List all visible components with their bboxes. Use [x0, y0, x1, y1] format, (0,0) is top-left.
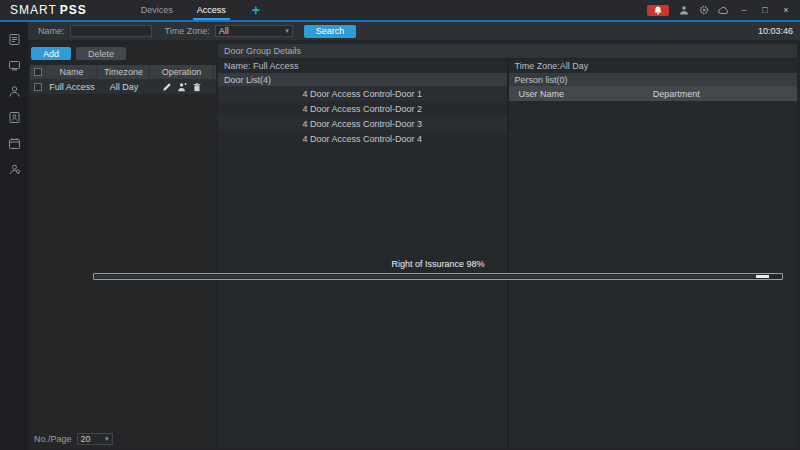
person-list-header: Person list(0)	[509, 73, 798, 86]
door-list: 4 Door Access Control-Door 1 4 Door Acce…	[218, 86, 507, 146]
nav-user-icon[interactable]	[7, 84, 22, 99]
select-all-checkbox[interactable]	[34, 68, 42, 76]
header-department: Department	[653, 89, 797, 99]
door-group-list-pane: Add Delete Name Timezone Operation Full …	[30, 44, 216, 448]
row-checkbox[interactable]	[34, 83, 42, 91]
module-sidebar	[0, 22, 28, 450]
header-timezone: Timezone	[98, 65, 150, 79]
person-list-column: Time Zone:All Day Person list(0) User Na…	[509, 59, 798, 448]
group-timezone-label: Time Zone:All Day	[509, 59, 798, 73]
list-item[interactable]: 4 Door Access Control-Door 2	[218, 101, 507, 116]
progress-fill	[95, 275, 769, 278]
door-group-details-pane: Door Group Details Name: Full Access Doo…	[218, 44, 797, 448]
name-label: Name:	[38, 26, 65, 36]
nav-console-icon[interactable]	[7, 162, 22, 177]
timezone-label: Time Zone:	[165, 26, 210, 36]
door-list-column: Name: Full Access Door List(4) 4 Door Ac…	[218, 59, 507, 448]
assign-person-icon[interactable]	[177, 82, 187, 92]
row-timezone: All Day	[98, 79, 150, 94]
maximize-button[interactable]: □	[759, 5, 771, 15]
nav-log-icon[interactable]	[7, 32, 22, 47]
door-list-empty-area	[218, 146, 507, 448]
tab-access[interactable]: Access	[185, 0, 238, 20]
per-page-value: 20	[81, 434, 91, 444]
smartpss-window: SMARTPSS Devices Access + − □ ×	[0, 0, 800, 450]
issuance-progress-label: Right of Issurance 98%	[93, 259, 783, 269]
list-item[interactable]: 4 Door Access Control-Door 1	[218, 86, 507, 101]
header-user-name: User Name	[509, 89, 653, 99]
top-right-cluster: − □ ×	[647, 5, 800, 16]
delete-button[interactable]: Delete	[76, 47, 126, 60]
issuance-progress-track	[93, 273, 783, 280]
nav-device-icon[interactable]	[7, 58, 22, 73]
settings-gear-icon[interactable]	[698, 5, 709, 16]
per-page-select[interactable]: 20 ▾	[77, 433, 113, 445]
list-item[interactable]: 4 Door Access Control-Door 3	[218, 116, 507, 131]
header-operation: Operation	[150, 65, 214, 79]
system-clock: 10:03:46	[758, 26, 800, 36]
tab-bar: Devices Access +	[129, 0, 266, 20]
issuance-progress: Right of Issurance 98%	[93, 259, 783, 280]
user-account-icon[interactable]	[678, 5, 689, 16]
chevron-down-icon: ▾	[105, 435, 109, 443]
timezone-select[interactable]: All ▾	[215, 25, 293, 37]
trash-icon[interactable]	[192, 82, 202, 92]
workspace: Add Delete Name Timezone Operation Full …	[28, 40, 800, 450]
door-list-header: Door List(4)	[218, 73, 507, 86]
details-columns: Name: Full Access Door List(4) 4 Door Ac…	[218, 59, 797, 448]
logo-pss: PSS	[60, 3, 87, 17]
per-page-label: No./Page	[34, 434, 72, 444]
name-input[interactable]	[70, 25, 152, 37]
timezone-selected-value: All	[219, 26, 229, 36]
minimize-button[interactable]: −	[738, 5, 750, 15]
alarm-bell-icon	[653, 5, 664, 16]
row-name: Full Access	[46, 79, 98, 94]
chevron-down-icon: ▾	[285, 27, 289, 35]
table-row[interactable]: Full Access All Day	[30, 79, 216, 94]
details-title: Door Group Details	[218, 44, 797, 58]
group-table-header: Name Timezone Operation	[30, 65, 216, 79]
person-table-header: User Name Department	[509, 86, 798, 101]
edit-icon[interactable]	[162, 82, 172, 92]
row-operations	[150, 79, 214, 94]
close-button[interactable]: ×	[780, 5, 792, 15]
add-button[interactable]: Add	[31, 47, 71, 60]
new-tab-button[interactable]: +	[246, 0, 266, 20]
filter-bar: Name: Time Zone: All ▾ Search 10:03:46	[28, 22, 800, 40]
pagination-bar: No./Page 20 ▾	[30, 432, 216, 448]
header-name: Name	[46, 65, 98, 79]
nav-attendance-icon[interactable]	[7, 136, 22, 151]
top-bar: SMARTPSS Devices Access + − □ ×	[0, 0, 800, 20]
logo-smart: SMART	[10, 3, 57, 17]
alarm-badge[interactable]	[647, 5, 669, 16]
list-item[interactable]: 4 Door Access Control-Door 4	[218, 131, 507, 146]
list-toolbar: Add Delete	[30, 44, 216, 65]
tab-devices[interactable]: Devices	[129, 0, 185, 20]
nav-permission-icon[interactable]	[7, 110, 22, 125]
cloud-icon[interactable]	[718, 5, 729, 16]
search-button[interactable]: Search	[304, 25, 357, 38]
content-area: Name: Time Zone: All ▾ Search 10:03:46 A…	[28, 22, 800, 450]
app-logo: SMARTPSS	[0, 3, 87, 17]
group-name-label: Name: Full Access	[218, 59, 507, 73]
